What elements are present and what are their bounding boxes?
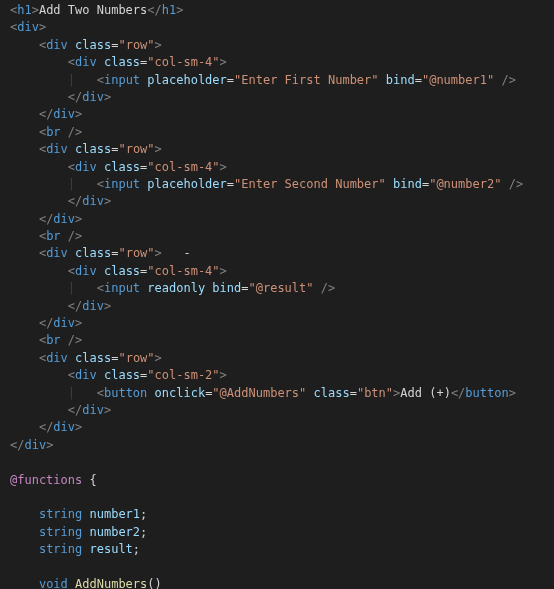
kw-void: void (39, 577, 68, 589)
onclick-val: @AddNumbers (220, 386, 299, 400)
attr-val: row (126, 38, 148, 52)
attr-val: row (126, 351, 148, 365)
placeholder-2: Enter Second Number (241, 177, 378, 191)
h1-text: Add Two Numbers (39, 3, 147, 17)
var-res: result (90, 542, 133, 556)
attr-val: row (126, 142, 148, 156)
fn-name: AddNumbers (75, 577, 147, 589)
directive: @functions (10, 473, 82, 487)
attr-val: col-sm-2 (155, 368, 213, 382)
bind-1: @number1 (429, 73, 487, 87)
attr-val: row (126, 246, 148, 260)
kw-string: string (39, 507, 82, 521)
btn-class: btn (364, 386, 386, 400)
var-n1: number1 (90, 507, 141, 521)
placeholder-1: Enter First Number (241, 73, 371, 87)
var-n2: number2 (90, 525, 141, 539)
button-text: Add (+) (400, 386, 451, 400)
attr-val: col-sm-4 (155, 55, 213, 69)
attr-val: col-sm-4 (155, 264, 213, 278)
kw-string: string (39, 525, 82, 539)
attr-val: col-sm-4 (155, 160, 213, 174)
bind-2: @number2 (436, 177, 494, 191)
kw-string: string (39, 542, 82, 556)
bind-result: @result (256, 281, 307, 295)
code-editor[interactable]: <h1>Add Two Numbers</h1> <div> <div clas… (0, 0, 554, 589)
